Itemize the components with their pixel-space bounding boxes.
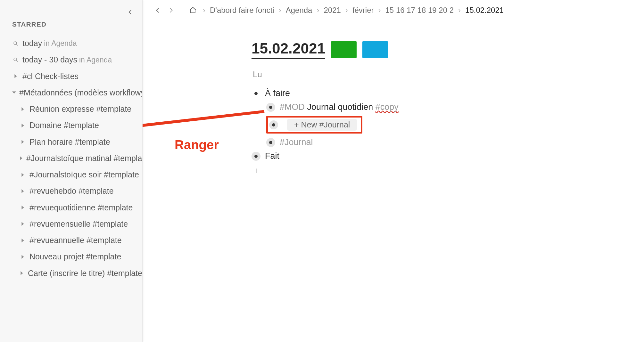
node-a-faire[interactable]: À faire: [252, 86, 644, 100]
sidebar-item-label: today - 30 days: [22, 55, 77, 65]
node-label: #MOD Journal quotidien #copy: [280, 102, 399, 112]
sidebar-section-starred: STARRED: [0, 6, 142, 35]
bullet-icon[interactable]: [252, 89, 260, 98]
crumb-sep-icon: ›: [277, 6, 283, 15]
day-label: Lu: [253, 69, 644, 79]
sidebar-item-plan-horaire[interactable]: Plan horaire #template: [0, 134, 142, 150]
caret-right-icon: [19, 189, 26, 193]
sidebar-item-label: #revueannuelle #template: [29, 235, 122, 245]
sidebar-item-suffix: in Agenda: [79, 55, 112, 65]
node-label: À faire: [265, 88, 290, 98]
sidebar-item-label: #Métadonnées (modèles workflowy: [19, 88, 142, 98]
crumb-sep-icon: ›: [315, 6, 321, 15]
bullet-icon[interactable]: [266, 103, 275, 112]
crumb-sep-icon: ›: [456, 6, 463, 15]
sidebar-item-today-30[interactable]: today - 30 days in Agenda: [0, 52, 142, 68]
nav-row: › D'abord faire foncti › Agenda › 2021 ›…: [143, 0, 644, 20]
sidebar-item-label: Carte (inscrire le titre) #template: [28, 268, 142, 278]
sidebar-item-revue-annuelle[interactable]: #revueannuelle #template: [0, 232, 142, 248]
tag-copy: #copy: [376, 102, 399, 112]
sidebar-item-label: today: [22, 38, 42, 48]
breadcrumb-item[interactable]: D'abord faire foncti: [210, 6, 274, 15]
sidebar-item-revue-mensuelle[interactable]: #revuemensuelle #template: [0, 216, 142, 232]
breadcrumb-item[interactable]: Agenda: [286, 6, 312, 15]
sidebar-item-label: Plan horaire #template: [29, 137, 110, 147]
sidebar-item-domaine[interactable]: Domaine #template: [0, 117, 142, 134]
caret-right-icon: [19, 140, 26, 144]
node-fait[interactable]: Fait: [252, 149, 644, 163]
breadcrumb-item[interactable]: 2021: [324, 6, 341, 15]
svg-point-1: [14, 58, 17, 61]
caret-right-icon: [19, 271, 25, 275]
color-swatch-blue[interactable]: [362, 41, 388, 58]
sidebar-item-label: #cl Check-listes: [22, 71, 78, 81]
sidebar-item-journal-matinal[interactable]: #Journalstoïque matinal #templat: [0, 150, 142, 167]
nav-back-button[interactable]: [152, 5, 163, 16]
page-title[interactable]: 15.02.2021: [252, 40, 325, 59]
home-button[interactable]: [187, 5, 198, 16]
sidebar-item-label: #revuemensuelle #template: [29, 219, 128, 229]
sidebar-item-label: Réunion expresse #template: [29, 104, 131, 114]
caret-right-icon: [19, 255, 26, 259]
sidebar-item-label: #revuequotidienne #template: [29, 203, 133, 213]
sidebar-item-label: #revuehebdo #template: [29, 186, 114, 196]
sidebar-item-label: #Journalstoïque matinal #templat: [26, 153, 142, 163]
bullet-icon[interactable]: [266, 138, 275, 147]
svg-point-0: [14, 42, 17, 45]
node-journal-tag[interactable]: #Journal: [266, 135, 644, 149]
search-icon: [12, 57, 19, 63]
sidebar-item-today[interactable]: today in Agenda: [0, 35, 142, 52]
sidebar-item-revue-quotidienne[interactable]: #revuequotidienne #template: [0, 200, 142, 216]
crumb-sep-icon: ›: [376, 6, 383, 15]
outline: À faire #MOD Journal quotidien #copy: [252, 86, 644, 176]
caret-right-icon: [19, 124, 26, 127]
sidebar-item-reunion-expresse[interactable]: Réunion expresse #template: [0, 101, 142, 117]
breadcrumb-item[interactable]: 15 16 17 18 19 20 2: [385, 6, 454, 15]
sidebar-item-revue-hebdo[interactable]: #revuehebdo #template: [0, 183, 142, 199]
node-mod-journal[interactable]: #MOD Journal quotidien #copy: [266, 100, 644, 114]
caret-right-icon: [19, 173, 26, 177]
caret-right-icon: [19, 222, 26, 226]
sidebar-collapse-button[interactable]: [126, 8, 135, 17]
annotation-highlight-box: + New #Journal: [266, 116, 362, 134]
sidebar-item-label: Domaine #template: [29, 120, 99, 130]
node-label: Fait: [265, 151, 279, 161]
caret-right-icon: [19, 239, 26, 242]
bullet-icon[interactable]: [252, 152, 260, 161]
crumb-sep-icon: ›: [201, 6, 207, 15]
crumb-sep-icon: ›: [343, 6, 350, 15]
sidebar-item-checklistes[interactable]: #cl Check-listes: [0, 68, 142, 85]
annotation-label: Ranger: [175, 138, 219, 152]
sidebar-item-journal-soir[interactable]: #Journalstoïque soir #template: [0, 167, 142, 183]
caret-right-icon: [12, 74, 19, 78]
bullet-icon[interactable]: [269, 120, 278, 129]
node-new-journal[interactable]: + New #Journal: [266, 114, 644, 135]
tag-mod: #MOD: [280, 102, 307, 112]
breadcrumb-item[interactable]: février: [352, 6, 374, 15]
sidebar: STARRED today in Agenda today - 30 days …: [0, 0, 143, 342]
search-icon: [12, 41, 19, 46]
sidebar-item-nouveau-projet[interactable]: Nouveau projet #template: [0, 248, 142, 265]
sidebar-item-label: Nouveau projet #template: [29, 252, 121, 262]
node-label: #Journal: [280, 137, 313, 147]
breadcrumb-current: 15.02.2021: [465, 6, 504, 15]
add-node-button[interactable]: +: [253, 166, 644, 176]
new-journal-button[interactable]: + New #Journal: [287, 119, 357, 131]
caret-down-icon: [12, 91, 16, 94]
sidebar-item-metadonnees[interactable]: #Métadonnées (modèles workflowy: [0, 85, 142, 101]
sidebar-item-suffix: in Agenda: [44, 39, 77, 48]
sidebar-item-label: #Journalstoïque soir #template: [29, 170, 139, 180]
document: 15.02.2021 Lu À faire #MOD Journal: [143, 20, 644, 176]
sidebar-item-carte[interactable]: Carte (inscrire le titre) #template: [0, 265, 142, 281]
caret-right-icon: [19, 206, 26, 209]
color-swatch-green[interactable]: [331, 41, 357, 58]
caret-right-icon: [19, 156, 23, 160]
main-area: › D'abord faire foncti › Agenda › 2021 ›…: [143, 0, 644, 342]
caret-right-icon: [19, 107, 26, 111]
nav-forward-button[interactable]: [166, 5, 177, 16]
